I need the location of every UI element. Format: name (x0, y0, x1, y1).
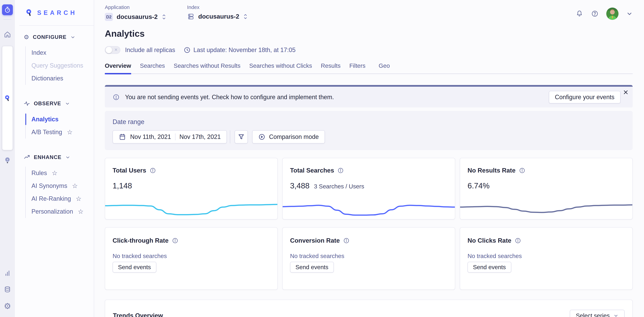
send-events-label: Send events (473, 264, 506, 270)
sidebar: SEARCH ⚙ CONFIGURE Index Query Suggestio… (15, 0, 94, 317)
alert-circle-icon (112, 94, 120, 101)
info-icon[interactable] (515, 238, 521, 244)
database-icon (4, 286, 11, 293)
tab-searches-without-clicks[interactable]: Searches without Clicks (249, 62, 312, 74)
no-results-rate-card: No Results Rate 6.74% (460, 158, 633, 220)
card-status-text: No tracked searches (468, 252, 625, 260)
event-cards-row: Click-through Rate No tracked searches S… (105, 227, 633, 290)
tab-results[interactable]: Results (321, 62, 340, 74)
date-range-label: Date range (112, 118, 625, 126)
metric-value: 6.74% (468, 181, 490, 190)
card-status-text: No tracked searches (290, 252, 448, 260)
notifications-bell-icon[interactable] (576, 10, 583, 18)
application-select[interactable]: D2 docusaurus-2 (105, 13, 166, 21)
sidebar-item-ab-testing[interactable]: A/B Testing ☆ (32, 126, 89, 138)
tab-filters[interactable]: Filters (350, 62, 366, 74)
lightbulb-bolt-icon (4, 157, 11, 164)
tab-searches-without-results[interactable]: Searches without Results (174, 62, 240, 74)
sidebar-nav: ⚙ CONFIGURE Index Query Suggestions Dict… (15, 26, 94, 218)
click-through-rate-card: Click-through Rate No tracked searches S… (105, 227, 278, 290)
toggle-knob (106, 47, 112, 53)
date-range-panel: Date range Nov 11th, 2021 Nov 17th, 2021 (105, 111, 633, 150)
send-events-button[interactable]: Send events (112, 262, 156, 272)
select-series-label: Select series (576, 312, 610, 317)
search-logo-icon (25, 9, 33, 17)
chevron-down-icon (65, 155, 70, 160)
trends-title: Trends Overview (113, 312, 163, 317)
section-header-observe[interactable]: OBSERVE (24, 100, 89, 107)
application-label: Application (105, 4, 166, 10)
info-icon[interactable] (343, 238, 350, 244)
chevron-down-icon (614, 313, 618, 317)
tab-overview[interactable]: Overview (105, 62, 131, 74)
search-product-button[interactable] (2, 46, 13, 150)
play-circle-icon (258, 133, 266, 140)
home-button[interactable] (2, 29, 13, 40)
configure-events-button[interactable]: Configure your events (549, 91, 620, 104)
timer-icon-button[interactable] (2, 4, 13, 15)
search-icon (4, 95, 11, 102)
comparison-mode-button[interactable]: Comparison mode (252, 130, 325, 144)
account-menu-chevron-icon[interactable] (626, 10, 633, 17)
card-title: Total Searches (290, 167, 334, 174)
app-rail: ⚙ (0, 0, 15, 317)
filter-funnel-button[interactable] (234, 130, 248, 144)
main-content: Application D2 docusaurus-2 Index (94, 0, 644, 317)
product-logo[interactable]: SEARCH (15, 0, 94, 17)
stopwatch-icon (4, 6, 11, 13)
info-icon[interactable] (519, 167, 525, 174)
index-label: Index (187, 4, 248, 10)
no-results-rate-sparkline (460, 193, 632, 218)
section-header-configure[interactable]: ⚙ CONFIGURE (24, 34, 89, 40)
index-value: docusaurus-2 (198, 13, 239, 20)
info-icon[interactable] (150, 167, 156, 174)
index-select[interactable]: docusaurus-2 (187, 13, 248, 20)
info-icon[interactable] (172, 238, 178, 244)
data-sources-button[interactable] (4, 286, 11, 293)
up-down-chevrons-icon (243, 13, 248, 20)
topbar: Application D2 docusaurus-2 Index (105, 0, 633, 21)
sidebar-item-analytics[interactable]: Analytics (32, 113, 89, 126)
application-badge: D2 (105, 13, 113, 21)
calendar-icon (119, 133, 126, 140)
up-down-chevrons-icon (162, 14, 166, 20)
sidebar-item-label: Rules (32, 170, 47, 176)
page-meta-row: Include all replicas Last update: Novemb… (105, 46, 633, 54)
metric-value: 1,148 (112, 181, 132, 190)
banner-message: You are not sending events yet. Check ho… (125, 94, 334, 101)
usage-stats-button[interactable] (4, 269, 11, 277)
star-icon: ☆ (52, 170, 58, 176)
application-selector: Application D2 docusaurus-2 (105, 4, 166, 21)
send-events-button[interactable]: Send events (468, 262, 511, 272)
total-searches-sparkline (282, 193, 455, 218)
sidebar-item-label: A/B Testing (32, 128, 62, 136)
sidebar-item-rules[interactable]: Rules ☆ (32, 166, 89, 180)
include-replicas-toggle[interactable] (105, 46, 120, 54)
sidebar-item-ai-synonyms[interactable]: AI Synonyms ☆ (32, 180, 89, 192)
select-series-button[interactable]: Select series (570, 310, 624, 317)
index-stack-icon (187, 13, 194, 20)
last-update: Last update: November 18th, at 17:05 (184, 46, 296, 54)
sidebar-item-ai-re-ranking[interactable]: AI Re-Ranking ☆ (32, 192, 89, 205)
help-icon[interactable] (591, 10, 598, 18)
send-events-button[interactable]: Send events (290, 262, 334, 272)
tab-geo[interactable]: Geo (378, 62, 390, 74)
date-range-button[interactable]: Nov 11th, 2021 Nov 17th, 2021 (112, 130, 227, 144)
controls-divider (230, 130, 230, 144)
settings-button[interactable]: ⚙ (4, 302, 11, 310)
sidebar-item-label: Query Suggestions (32, 62, 83, 69)
recommend-button[interactable] (2, 155, 13, 166)
user-avatar[interactable] (606, 8, 618, 20)
date-range-start: Nov 11th, 2021 (130, 133, 171, 140)
tab-searches[interactable]: Searches (140, 62, 165, 74)
banner-close-icon[interactable] (623, 90, 628, 95)
sidebar-item-dictionaries[interactable]: Dictionaries (32, 72, 89, 85)
section-header-enhance[interactable]: ENHANCE (24, 154, 89, 160)
toggle-off-x-icon (114, 48, 118, 52)
sidebar-item-index[interactable]: Index (32, 46, 89, 59)
card-title: No Results Rate (468, 167, 516, 174)
sidebar-item-personalization[interactable]: Personalization ☆ (32, 205, 89, 218)
sidebar-item-query-suggestions[interactable]: Query Suggestions (32, 59, 89, 72)
info-icon[interactable] (338, 167, 344, 174)
card-status-text: No tracked searches (112, 252, 270, 260)
